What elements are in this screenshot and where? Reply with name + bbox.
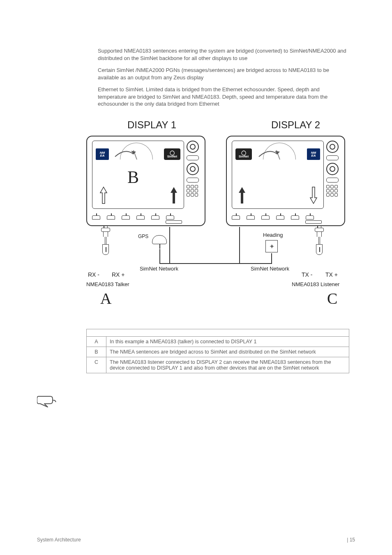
- port-icon: [166, 215, 174, 220]
- knob-icon: [326, 141, 339, 153]
- simnet-line: [271, 253, 272, 264]
- table-key: A: [87, 337, 106, 347]
- device-2-ports: [232, 211, 324, 220]
- table-key: B: [87, 347, 106, 357]
- port-icon: [261, 215, 270, 220]
- tx-minus-label: TX -: [302, 271, 312, 278]
- body-text: Supported NMEA0183 sentences entering th…: [98, 47, 348, 113]
- nmea-listener-label: NMEA0183 Listener: [292, 281, 339, 287]
- footer-section: System Architecture: [37, 537, 81, 543]
- port-icon: [306, 215, 314, 220]
- simnet-network-label: SimNet Network: [251, 266, 289, 272]
- knob-icon: [187, 163, 199, 175]
- device-2: SimNet NMEA: [226, 136, 345, 226]
- device-1-controls: [187, 141, 202, 209]
- keypad-icon: [326, 185, 342, 197]
- note-hand-icon: [37, 395, 58, 410]
- button-row-icon: [187, 178, 199, 183]
- simnet-network-label: SimNet Network: [140, 266, 178, 272]
- device-1-screen: NMEA SimNet B: [92, 141, 184, 209]
- slot-icon: [305, 220, 322, 224]
- simnet-logo-icon: SimNet: [235, 148, 252, 160]
- up-arrow-icon: [169, 186, 179, 204]
- simnet-line: [169, 227, 170, 264]
- tx-plus-label: TX +: [325, 271, 338, 278]
- simnet-line: [239, 227, 240, 264]
- port-icon: [276, 215, 284, 220]
- device-2-controls: [326, 141, 342, 209]
- keypad-icon: [187, 185, 202, 197]
- letter-c: C: [327, 289, 337, 308]
- diagram: DISPLAY 1 DISPLAY 2 NMEA SimNet B: [86, 119, 349, 317]
- button-row-icon: [326, 178, 339, 183]
- table-row: B The NMEA sentences are bridged across …: [87, 347, 349, 357]
- table-text: In this example a NMEA0183 (talker) is c…: [106, 337, 349, 347]
- port-icon: [107, 215, 115, 220]
- port-icon: [247, 215, 255, 220]
- simnet-logo-icon: SimNet: [164, 148, 180, 160]
- device-1-ports: [92, 211, 184, 220]
- port-icon: [291, 215, 299, 220]
- curved-arrow-icon: [257, 149, 281, 158]
- heading-sensor-icon: [265, 240, 278, 252]
- slot-icon: [166, 220, 182, 224]
- rx-plus-label: RX +: [112, 271, 125, 278]
- legend-table: A In this example a NMEA0183 (talker) is…: [86, 329, 349, 373]
- button-row-icon: [326, 155, 339, 160]
- display2-label: DISPLAY 2: [271, 119, 320, 131]
- knob-icon: [187, 141, 199, 153]
- port-icon: [232, 215, 240, 220]
- button-row-icon: [187, 155, 199, 160]
- curved-arrow-icon: [113, 149, 138, 158]
- table-row: A In this example a NMEA0183 (talker) is…: [87, 337, 349, 347]
- rx-minus-label: RX -: [88, 271, 99, 278]
- down-arrow-icon: [309, 186, 318, 204]
- footer-page: | 15: [347, 537, 355, 543]
- up-arrow-icon: [99, 186, 108, 204]
- port-icon: [122, 215, 130, 220]
- simnet-line: [159, 263, 271, 264]
- heading-label: Heading: [263, 232, 283, 238]
- device-1: NMEA SimNet B: [86, 136, 205, 226]
- page-footer: System Architecture | 15: [37, 537, 355, 543]
- table-row-header: [87, 329, 349, 337]
- table-key: C: [87, 357, 106, 373]
- nmea-logo-icon: NMEA: [96, 148, 109, 160]
- port-icon: [92, 215, 100, 220]
- port-icon: [151, 215, 159, 220]
- paragraph-1: Supported NMEA0183 sentences entering th…: [98, 47, 348, 62]
- gps-label: GPS: [138, 234, 148, 239]
- up-arrow-icon: [237, 186, 247, 204]
- letter-b: B: [127, 167, 139, 187]
- nmea-logo-icon: NMEA: [307, 148, 320, 160]
- simnet-line: [159, 249, 160, 263]
- device-2-screen: SimNet NMEA: [232, 141, 324, 209]
- table-text: The NMEA0183 listener connected to DISPL…: [106, 357, 349, 373]
- paragraph-2: Certain SimNet /NMEA2000 PGNs (messages/…: [98, 67, 348, 81]
- table-row: C The NMEA0183 listener connected to DIS…: [87, 357, 349, 373]
- paragraph-3: Ethernet to SimNet. Limited data is brid…: [98, 86, 348, 108]
- connector-plug-icon: [101, 228, 110, 255]
- port-icon: [136, 215, 145, 220]
- table-text: The NMEA sentences are bridged across to…: [106, 347, 349, 357]
- gps-icon: [152, 235, 167, 244]
- letter-a: A: [100, 289, 111, 308]
- display1-label: DISPLAY 1: [127, 119, 176, 131]
- connector-plug-icon: [315, 228, 324, 255]
- knob-icon: [326, 163, 339, 175]
- nmea-talker-label: NMEA0183 Talker: [86, 281, 129, 287]
